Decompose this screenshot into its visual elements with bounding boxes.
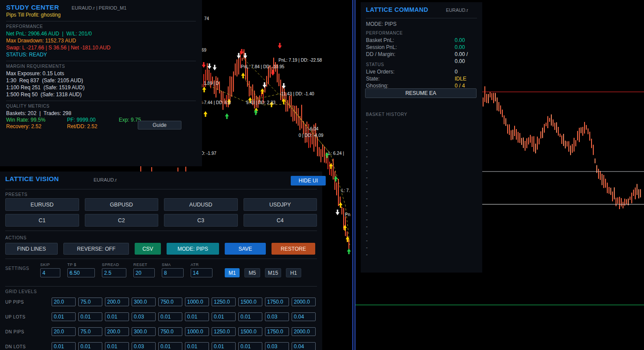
preset-button-c3[interactable]: C3	[164, 214, 238, 227]
setting-input-sma[interactable]	[162, 268, 184, 277]
preset-button-c2[interactable]: C2	[85, 214, 159, 227]
action-button-save[interactable]: SAVE	[225, 243, 266, 255]
settings-section-label: SETTINGS	[5, 266, 29, 271]
grid-input-dn-lots-5[interactable]	[158, 342, 182, 350]
grid-input-up-pips-7[interactable]	[212, 298, 236, 306]
grid-input-up-lots-5[interactable]	[158, 312, 182, 321]
basket-history-row: -	[366, 125, 477, 132]
perf-label: DD / Margin:	[366, 51, 395, 57]
grid-input-up-pips-4[interactable]	[132, 298, 156, 306]
grid-input-dn-lots-1[interactable]	[52, 342, 76, 350]
trade-arrow-down	[213, 65, 217, 70]
grid-input-up-lots-3[interactable]	[105, 312, 129, 321]
basket-history-label: BASKET HISTORY	[366, 112, 477, 117]
grid-input-dn-lots-9[interactable]	[265, 342, 289, 350]
preset-button-c4[interactable]: C4	[244, 214, 317, 227]
divider	[5, 189, 317, 189]
grid-input-up-pips-1[interactable]	[52, 298, 76, 306]
grid-input-up-lots-2[interactable]	[78, 312, 102, 321]
pnl-annotation: 74	[204, 16, 209, 21]
grid-input-dn-pips-6[interactable]	[185, 327, 209, 336]
basket-history-row: -	[366, 209, 477, 216]
grid-input-dn-pips-8[interactable]	[238, 327, 262, 336]
action-button-find-lines[interactable]: FIND LINES	[5, 243, 58, 255]
settings-section: SETTINGS SKIPTP $SPREADRESETSMAATRM1M5M1…	[5, 262, 317, 283]
preset-button-gbpusd[interactable]: GBPUSD	[85, 198, 159, 211]
pnl-annotation: PnL: 7.19 | DD: -22.58	[278, 58, 322, 63]
grid-input-up-lots-7[interactable]	[212, 312, 236, 321]
preset-button-eurusd[interactable]: EURUSD	[5, 198, 79, 211]
preset-button-c1[interactable]: C1	[5, 214, 79, 227]
action-button-restore[interactable]: RESTORE	[272, 243, 315, 255]
trade-arrow-down	[278, 43, 282, 49]
setting-input-spread[interactable]	[102, 268, 126, 277]
setting-input-atr[interactable]	[191, 268, 212, 277]
perf-label: Session PnL:	[366, 44, 397, 50]
timeframe-button-m15[interactable]: M15	[265, 268, 281, 277]
setting-input-tp[interactable]	[67, 268, 95, 277]
grid-input-dn-pips-3[interactable]	[105, 327, 129, 336]
grid-input-dn-lots-10[interactable]	[292, 342, 316, 350]
divider	[5, 259, 317, 259]
window-divider[interactable]	[352, 0, 355, 350]
timeframe-button-m1[interactable]: M1	[225, 268, 240, 277]
trade-arrow-down	[202, 62, 206, 68]
grid-input-dn-lots-4[interactable]	[132, 342, 156, 350]
grid-input-dn-pips-2[interactable]	[78, 327, 102, 336]
grid-input-up-pips-3[interactable]	[105, 298, 129, 306]
preset-button-usdjpy[interactable]: USDJPY	[244, 198, 317, 211]
setting-field-skip: SKIP	[40, 262, 60, 277]
status-value: 0	[455, 68, 458, 75]
perf-label: Basket PnL:	[366, 37, 394, 43]
grid-input-dn-lots-3[interactable]	[105, 342, 129, 350]
pips-till-profit-line: Pips Till Profit: ghosting	[6, 11, 196, 18]
grid-input-up-lots-9[interactable]	[265, 312, 289, 321]
grid-input-dn-pips-10[interactable]	[292, 327, 316, 336]
status-label: State:	[366, 76, 379, 82]
grid-input-up-lots-1[interactable]	[52, 312, 76, 321]
resume-ea-button[interactable]: RESUME EA	[365, 88, 477, 98]
grid-input-dn-lots-7[interactable]	[212, 342, 236, 350]
grid-input-dn-lots-2[interactable]	[78, 342, 102, 350]
grid-input-dn-pips-5[interactable]	[158, 327, 182, 336]
grid-input-up-lots-6[interactable]	[185, 312, 209, 321]
profit-factor-value: PF: 9999.00	[67, 117, 117, 123]
grid-rows: UP PIPSUP LOTSDN PIPSDN LOTS	[5, 298, 317, 350]
setting-input-reset[interactable]	[133, 268, 155, 277]
action-button-reverse-off[interactable]: REVERSE: OFF	[63, 243, 129, 255]
grid-input-dn-pips-7[interactable]	[212, 327, 236, 336]
grid-input-dn-pips-4[interactable]	[132, 327, 156, 336]
grid-input-up-pips-9[interactable]	[265, 298, 289, 306]
grid-row-label-dn-lots: DN LOTS	[5, 344, 52, 349]
basket-history-list: --------------------	[366, 118, 477, 258]
lattice-vision-header: LATTICE VISION EURAUD.r HIDE UI	[5, 175, 317, 186]
grid-input-up-pips-5[interactable]	[158, 298, 182, 306]
hide-ui-button[interactable]: HIDE UI	[291, 176, 326, 186]
grid-input-up-lots-4[interactable]	[132, 312, 156, 321]
action-button-mode-pips[interactable]: MODE: PIPS	[167, 243, 219, 255]
grid-input-dn-lots-8[interactable]	[238, 342, 262, 350]
lattice-command-symbol: EURAUD.r	[446, 7, 468, 13]
grid-input-up-lots-10[interactable]	[292, 312, 316, 321]
timeframe-button-m5[interactable]: M5	[244, 268, 260, 277]
action-button-csv[interactable]: CSV	[135, 243, 161, 255]
grid-input-dn-lots-6[interactable]	[185, 342, 209, 350]
trade-arrow-up	[225, 113, 229, 119]
perf-value: 0.00	[455, 44, 465, 51]
guide-button[interactable]: Guide	[138, 121, 181, 130]
grid-input-up-lots-8[interactable]	[238, 312, 262, 321]
basket-history-row: -	[366, 132, 477, 139]
grid-input-dn-pips-1[interactable]	[52, 327, 76, 336]
preset-button-audusd[interactable]: AUDUSD	[164, 198, 238, 211]
timeframe-button-h1[interactable]: H1	[286, 268, 301, 277]
grid-input-up-pips-8[interactable]	[238, 298, 262, 306]
grid-input-up-pips-6[interactable]	[185, 298, 209, 306]
basket-history-row: -	[366, 188, 477, 195]
grid-input-up-pips-2[interactable]	[78, 298, 102, 306]
net-pnl-line: Net PnL: 2906.46 AUD | W/L: 201/0	[6, 30, 196, 37]
grid-input-dn-pips-9[interactable]	[265, 327, 289, 336]
setting-input-skip[interactable]	[40, 268, 60, 277]
margin-requirement-row: 1:30 Req 837 (Safe: 2105 AUD)	[6, 77, 196, 84]
study-center-panel: STUDY CENTER EURAUD.r | PERIOD_M1 Pips T…	[0, 0, 202, 166]
grid-input-up-pips-10[interactable]	[292, 298, 316, 306]
